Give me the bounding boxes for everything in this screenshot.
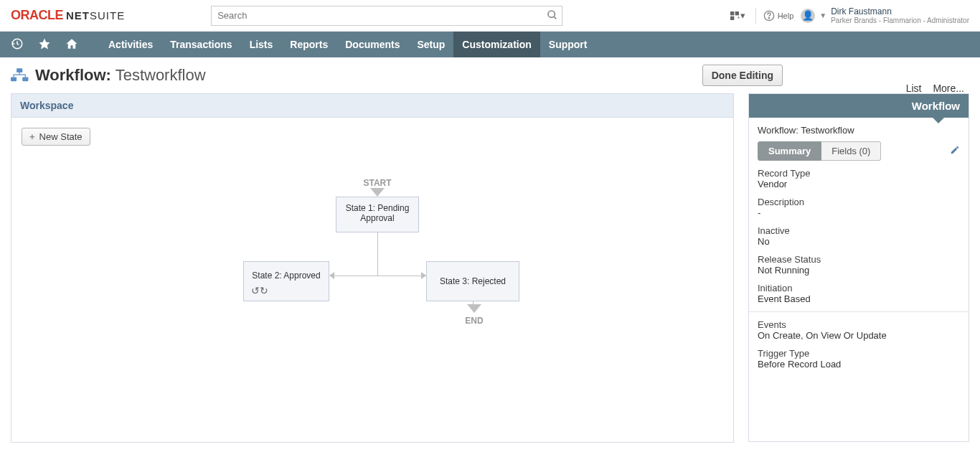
search-icon[interactable] [547,9,558,23]
workspace-header: Workspace [11,94,733,118]
favorites-icon[interactable] [38,37,51,52]
chevron-down-icon: ▼ [819,11,826,19]
global-search [211,6,562,26]
svg-point-7 [768,17,769,18]
nav-customization[interactable]: Customization [453,32,540,57]
svg-point-0 [548,11,555,17]
list-link[interactable]: List [906,83,922,94]
more-link[interactable]: More... [933,83,964,94]
home-icon[interactable] [65,37,78,52]
nav-lists[interactable]: Lists [241,32,282,57]
svg-rect-11 [22,77,28,81]
nav-transactions[interactable]: Transactions [161,32,240,57]
nav-documents[interactable]: Documents [336,32,408,57]
end-label: END [463,316,485,326]
create-new-icon[interactable]: + ▾ [726,7,748,24]
arrow-left-icon [329,272,334,279]
arrow-right-icon [421,272,426,279]
help-label: Help [778,11,794,20]
nav-reports[interactable]: Reports [281,32,336,57]
avatar-icon: 👤 [801,9,815,23]
logo-oracle-text: ORACLE [11,8,63,23]
svg-rect-10 [11,77,17,81]
release-status-label: Release Status [758,254,960,265]
svg-text:+: + [737,14,740,21]
done-editing-button[interactable]: Done Editing [702,65,783,86]
initiation-value: Event Based [758,293,960,304]
page-title: Workflow: Testworkflow [35,66,206,85]
state-pending-approval[interactable]: State 1: Pending Approval [336,197,419,232]
loop-icon: ↺↻ [251,285,268,296]
release-status-value: Not Running [758,265,960,276]
tab-fields[interactable]: Fields (0) [821,141,881,161]
help-link[interactable]: Help [763,10,794,22]
state-approved[interactable]: State 2: Approved ↺↻ [243,261,329,301]
events-label: Events [758,319,960,330]
search-input[interactable] [211,6,562,26]
tab-summary[interactable]: Summary [758,141,821,161]
svg-rect-9 [17,68,22,72]
events-value: On Create, On View Or Update [758,330,960,341]
main-navbar: Activities Transactions Lists Reports Do… [0,32,980,57]
connector [334,276,426,276]
nav-support[interactable]: Support [540,32,596,57]
trigger-type-value: Before Record Load [758,359,960,370]
app-logo: ORACLE NETSUITE [11,8,125,23]
workflow-details-panel: Workflow Workflow: Testworkflow Summary … [748,93,969,442]
new-state-button[interactable]: + New State [22,128,90,146]
start-label: START [356,178,399,188]
plus-icon: + [29,131,35,142]
history-icon[interactable] [11,37,24,52]
description-value: - [758,207,960,218]
user-name: Dirk Faustmann [831,6,969,17]
inactive-value: No [758,236,960,247]
nav-activities[interactable]: Activities [100,32,161,57]
state-rejected[interactable]: State 3: Rejected [426,261,519,301]
edit-icon[interactable] [950,145,960,157]
nav-setup[interactable]: Setup [408,32,453,57]
trigger-type-label: Trigger Type [758,348,960,359]
divider [755,8,756,24]
svg-line-1 [554,17,556,19]
workflow-icon [11,67,29,83]
svg-marker-8 [39,38,50,49]
record-type-value: Vendor [758,179,960,189]
connector [377,232,378,276]
nav-items: Activities Transactions Lists Reports Do… [100,32,595,57]
user-role: Parker Brands - Flammarion - Administrat… [831,17,969,24]
description-label: Description [758,197,960,207]
svg-rect-2 [730,11,734,15]
initiation-label: Initiation [758,283,960,293]
inactive-label: Inactive [758,225,960,236]
logo-netsuite-text: NETSUITE [66,9,125,22]
svg-rect-4 [730,16,734,19]
record-type-label: Record Type [758,168,960,179]
sidepanel-header: Workflow [749,94,969,118]
workspace-panel: Workspace + New State START State 1: Pen… [11,93,734,443]
user-menu[interactable]: 👤 ▼ Dirk Faustmann Parker Brands - Flamm… [801,6,969,24]
divider [749,311,969,312]
start-arrow-icon [370,188,385,197]
end-arrow-icon [467,304,481,313]
workflow-canvas[interactable]: + New State START State 1: Pending Appro… [11,118,733,442]
sidepanel-title: Workflow: Testworkflow [758,125,960,136]
